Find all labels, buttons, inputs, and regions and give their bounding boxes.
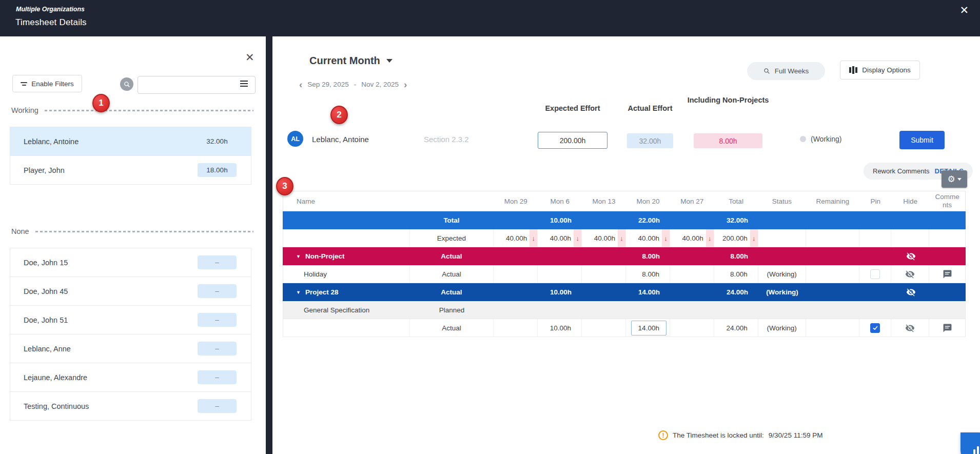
grid-row-general-specification[interactable]: General Specification Planned	[283, 301, 966, 319]
collapse-caret-icon[interactable]: ▼	[296, 254, 301, 259]
next-period-icon[interactable]: ›	[404, 80, 407, 89]
status-dot-icon	[800, 136, 806, 142]
group-none-label: None	[11, 227, 29, 235]
group-divider	[35, 231, 253, 232]
cell-mon6: 10.00h	[538, 211, 582, 229]
list-item-doe-john-15[interactable]: Doe, John 15 –	[10, 248, 251, 277]
rework-comments-label[interactable]: Rework Comments	[873, 167, 930, 175]
prev-period-icon[interactable]: ‹	[299, 80, 302, 89]
comment-icon[interactable]	[943, 323, 952, 333]
hide-eye-off-icon[interactable]	[905, 269, 915, 279]
col-header-total[interactable]: Total	[714, 191, 758, 211]
hide-eye-off-icon[interactable]	[906, 251, 916, 261]
list-item-doe-john-51[interactable]: Doe, John 51 –	[10, 306, 251, 334]
list-item-lejaune-alexandre[interactable]: Lejaune, Alexandre –	[10, 363, 251, 392]
search-icon	[763, 68, 770, 74]
cell-mon29: 40.00h↓	[494, 229, 538, 247]
resource-name: Doe, John 15	[24, 259, 68, 267]
list-item-leblanc-antoine[interactable]: Leblanc, Antoine 32.00h	[10, 127, 251, 156]
row-type-label: Total	[409, 211, 494, 229]
resource-hours: –	[198, 255, 237, 269]
avatar: AL	[287, 131, 303, 147]
grid-row-non-project[interactable]: ▼Non-Project Actual 8.00h 8.00h	[283, 247, 966, 265]
col-header-remaining[interactable]: Remaining	[806, 191, 859, 211]
columns-icon	[849, 66, 857, 74]
grid-row-holiday[interactable]: Holiday Actual 8.00h 8.00h (Working)	[283, 265, 966, 283]
under-expected-arrow-icon: ↓	[574, 229, 581, 247]
sidebar-search-icon[interactable]	[120, 77, 133, 91]
under-expected-arrow-icon: ↓	[750, 229, 758, 247]
filter-icon	[21, 82, 27, 86]
cell-mon13[interactable]	[582, 265, 626, 283]
cell-mon29[interactable]	[494, 319, 538, 337]
cell-mon29[interactable]	[494, 265, 538, 283]
list-item-leblanc-anne[interactable]: Leblanc, Anne –	[10, 334, 251, 363]
full-weeks-toggle[interactable]: Full Weeks	[747, 62, 825, 80]
display-options-button[interactable]: Display Options	[840, 61, 920, 80]
group-working: Working	[11, 106, 253, 114]
col-header-hide[interactable]: Hide	[891, 191, 929, 211]
table-settings-button[interactable]: ⚙	[942, 170, 967, 188]
resource-name: Player, John	[24, 166, 65, 174]
list-item-testing-continuous[interactable]: Testing, Continuous –	[10, 392, 251, 421]
cell-mon20-focused[interactable]: 14.00h	[626, 319, 670, 337]
search-menu-icon[interactable]	[240, 81, 248, 87]
resource-hours: 18.00h	[198, 163, 237, 177]
resource-hours: –	[198, 370, 237, 384]
panel-divider	[266, 36, 272, 454]
grid-row-actual-entry[interactable]: Actual 10.00h 14.00h 24.00h (Working)	[283, 319, 966, 337]
col-header-status[interactable]: Status	[758, 191, 806, 211]
col-header-name[interactable]: Name	[283, 191, 410, 211]
resource-name: Testing, Continuous	[24, 402, 89, 410]
group-divider	[45, 110, 253, 111]
date-from: Sep 29, 2025	[307, 81, 348, 88]
cell-mon27[interactable]	[670, 265, 714, 283]
display-options-label: Display Options	[862, 66, 911, 74]
actual-effort-value: 32.00h	[627, 133, 673, 148]
col-header-pin[interactable]: Pin	[859, 191, 891, 211]
resource-name: Doe, John 51	[24, 316, 68, 324]
submit-button[interactable]: Submit	[899, 131, 945, 149]
resource-hours: –	[198, 313, 237, 327]
cell-mon27[interactable]	[670, 319, 714, 337]
col-header-mon29[interactable]: Mon 29	[494, 191, 538, 211]
list-item-doe-john-45[interactable]: Doe, John 45 –	[10, 277, 251, 306]
annotation-badge-2: 2	[330, 106, 348, 124]
chevron-down-icon	[386, 59, 393, 63]
resource-hours: –	[198, 342, 237, 356]
collapse-caret-icon[interactable]: ▼	[296, 290, 301, 295]
col-header-mon27[interactable]: Mon 27	[670, 191, 714, 211]
cell-mon27: 40.00h↓	[670, 229, 714, 247]
lock-message-text: The Timesheet is locked until:	[673, 431, 764, 439]
row-type-label: Planned	[410, 301, 494, 319]
period-selector[interactable]: Current Month	[309, 55, 393, 67]
cell-mon20[interactable]: 8.00h	[626, 265, 670, 283]
comment-icon[interactable]	[943, 269, 952, 279]
expected-effort-input[interactable]	[538, 132, 607, 149]
col-header-comments[interactable]: Comments	[929, 191, 965, 211]
cell-mon6[interactable]: 10.00h	[538, 319, 582, 337]
col-header-mon13[interactable]: Mon 13	[582, 191, 626, 211]
hide-eye-off-icon[interactable]	[906, 287, 916, 297]
sidebar-close-icon[interactable]: ✕	[245, 52, 254, 63]
sidebar-search-input[interactable]	[138, 76, 256, 94]
grid-row-project-28[interactable]: ▼Project 28 Actual 10.00h 14.00h 24.00h …	[283, 283, 966, 301]
col-header-mon6[interactable]: Mon 6	[538, 191, 582, 211]
list-item-player-john[interactable]: Player, John 18.00h	[10, 156, 251, 185]
window-close-icon[interactable]: ✕	[959, 5, 969, 15]
pin-checkbox-unchecked[interactable]	[870, 269, 880, 279]
chart-fab-button[interactable]	[961, 432, 980, 454]
annotation-badge-3: 3	[276, 177, 293, 195]
cell-mon6[interactable]	[538, 265, 582, 283]
lock-message: ! The Timesheet is locked until: 9/30/25…	[658, 430, 822, 440]
enable-filters-button[interactable]: Enable Filters	[12, 75, 82, 92]
hide-eye-off-icon[interactable]	[905, 323, 915, 333]
group-working-label: Working	[11, 106, 38, 114]
nonproject-effort-value: 8.00h	[694, 133, 762, 148]
pin-checkbox-checked[interactable]	[870, 323, 880, 333]
time-entry-input[interactable]: 14.00h	[631, 321, 667, 335]
person-status-label: (Working)	[811, 135, 841, 143]
organization-label: Multiple Organizations	[16, 6, 85, 13]
col-header-mon20[interactable]: Mon 20	[626, 191, 670, 211]
cell-mon13[interactable]	[582, 319, 626, 337]
